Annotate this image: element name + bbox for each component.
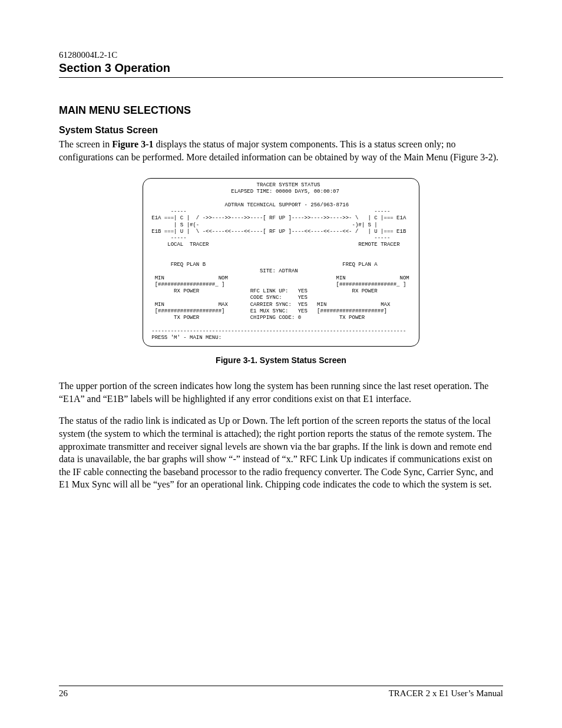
para-upper-portion: The upper portion of the screen indicate…	[59, 380, 503, 405]
terminal-rfc: RFC LINK UP: YES	[250, 288, 308, 294]
footer-manual-title: TRACER 2 x E1 User’s Manual	[389, 689, 503, 699]
terminal-e1mux: E1 MUX SYNC: YES	[250, 308, 308, 314]
terminal-elapsed: ELAPSED TIME: 00000 DAYS, 00:00:07	[231, 189, 339, 195]
terminal-codesync: CODE SYNC: YES	[250, 295, 308, 301]
terminal-carriersync: CARRIER SYNC: YES	[250, 302, 308, 308]
heading-main: MAIN MENU SELECTIONS	[59, 104, 503, 117]
figure-caption: Figure 3-1. System Status Screen	[59, 355, 503, 365]
terminal-press-m: PRESS 'M' - MAIN MENU:	[151, 335, 222, 341]
terminal-support: ADTRAN TECHNICAL SUPPORT - 256/963-8716	[224, 202, 349, 208]
header-rule	[59, 77, 503, 78]
figure-block: TRACER SYSTEM STATUS ELAPSED TIME: 00000…	[59, 173, 503, 352]
terminal-screen: TRACER SYSTEM STATUS ELAPSED TIME: 00000…	[143, 178, 419, 347]
terminal-freq-local: FREQ PLAN B	[171, 262, 206, 268]
footer-rule	[59, 686, 503, 686]
heading-sub: System Status Screen	[59, 125, 503, 136]
terminal-remote-label: REMOTE TRACER	[358, 242, 399, 248]
terminal-local-label: LOCAL TRACER	[167, 242, 209, 248]
terminal-site: SITE: ADTRAN	[260, 268, 298, 274]
page-number: 26	[59, 689, 68, 699]
page-footer: 26 TRACER 2 x E1 User’s Manual	[59, 686, 503, 699]
header-doc-code: 61280004L2-1C	[59, 50, 503, 60]
terminal-title: TRACER SYSTEM STATUS	[256, 182, 320, 188]
terminal-freq-remote: FREQ PLAN A	[342, 262, 377, 268]
intro-paragraph: The screen in Figure 3-1 displays the st…	[59, 138, 503, 163]
intro-text-a: The screen in	[59, 139, 112, 149]
para-status-radio: The status of the radio link is indicate…	[59, 414, 503, 491]
section-title: Section 3 Operation	[59, 61, 503, 75]
figure-ref-bold: Figure 3-1	[112, 139, 153, 149]
terminal-chipping: CHIPPING CODE: 0	[250, 315, 301, 321]
